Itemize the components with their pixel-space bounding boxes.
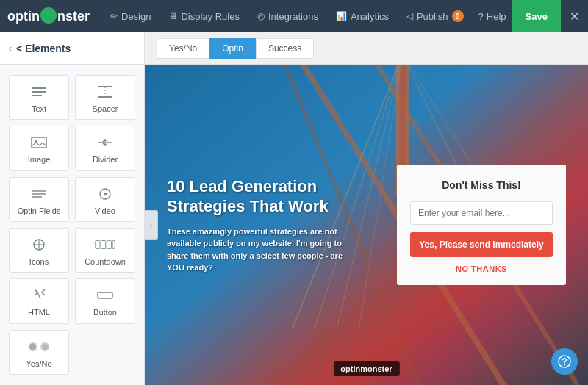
nav-analytics-label: Analytics (351, 11, 389, 22)
svg-rect-23 (107, 241, 111, 249)
integrations-icon: ◎ (257, 11, 265, 21)
countdown-element-icon (95, 236, 115, 253)
email-input[interactable] (410, 201, 553, 225)
save-button[interactable]: Save (512, 0, 561, 32)
back-chevron-icon: ‹ (9, 43, 12, 54)
display-rules-icon: 🖥 (168, 11, 177, 21)
element-button-label: Button (93, 308, 117, 317)
main-heading: 10 Lead Generation Strategies That Work (167, 176, 343, 217)
element-icons[interactable]: Icons (9, 228, 69, 273)
logo-area: optin nster (7, 8, 90, 24)
top-nav: optin nster ✏ Design 🖥 Display Rules ◎ I… (0, 0, 588, 32)
sidebar-header: ‹ < Elements (0, 32, 144, 65)
yes-no-element-icon (29, 338, 49, 356)
elements-grid: Text Spacer Image Divider (0, 65, 144, 385)
close-button[interactable]: ✕ (561, 0, 588, 32)
nav-publish[interactable]: ◁ Publish 0 (398, 0, 473, 32)
svg-point-30 (42, 343, 49, 350)
nav-integrations[interactable]: ◎ Integrations (248, 0, 327, 32)
logo-text: optin (7, 9, 40, 24)
no-thanks-link[interactable]: NO THANKS (410, 265, 553, 273)
tabs-bar: Yes/No Optin Success (145, 32, 588, 65)
nav-analytics[interactable]: 📊 Analytics (327, 0, 398, 32)
sidebar: ‹ < Elements Text Spacer (0, 32, 145, 385)
element-countdown[interactable]: Countdown (75, 228, 135, 273)
logo-text-right: nster (57, 9, 90, 24)
text-content: 10 Lead Generation Strategies That Work … (167, 176, 358, 274)
optin-box: Don't Miss This! Yes, Please send Immedi… (397, 165, 566, 285)
element-icons-label: Icons (29, 257, 49, 266)
element-optin-fields-label: Optin Fields (18, 206, 61, 215)
nav-display-rules[interactable]: 🖥 Display Rules (159, 0, 248, 32)
logo-monster-icon (40, 7, 57, 24)
html-element-icon (29, 287, 49, 304)
publish-icon: ◁ (406, 11, 413, 21)
image-element-icon (29, 134, 49, 151)
sidebar-title: < Elements (16, 43, 71, 54)
chevron-left-icon: ‹ (150, 221, 152, 229)
optin-fields-element-icon (29, 185, 49, 203)
help-label: Help (487, 11, 506, 22)
element-yes-no-label: Yes/No (26, 359, 51, 368)
element-image-label: Image (28, 155, 51, 164)
element-spacer[interactable]: Spacer (75, 75, 135, 120)
text-element-icon (29, 83, 49, 101)
publish-badge: 0 (452, 10, 464, 22)
canvas: 10 Lead Generation Strategies That Work … (145, 65, 588, 385)
svg-point-44 (564, 364, 565, 366)
tab-optin[interactable]: Optin (209, 38, 256, 59)
svg-rect-21 (96, 241, 100, 249)
button-element-icon (95, 287, 115, 304)
icons-element-icon (29, 236, 49, 253)
help-button[interactable]: ? Help (473, 0, 512, 32)
spacer-element-icon (95, 83, 115, 101)
element-yes-no[interactable]: Yes/No (9, 330, 69, 375)
nav-design[interactable]: ✏ Design (101, 0, 159, 32)
element-text[interactable]: Text (9, 75, 69, 120)
element-video-label: Video (95, 206, 115, 215)
design-icon: ✏ (110, 11, 118, 21)
nav-integrations-label: Integrations (268, 11, 318, 22)
tab-success[interactable]: Success (256, 38, 314, 59)
svg-rect-26 (98, 292, 112, 298)
divider-element-icon (95, 134, 115, 151)
element-countdown-label: Countdown (85, 257, 126, 266)
element-button[interactable]: Button (75, 278, 135, 323)
element-video[interactable]: Video (75, 177, 135, 222)
help-circle-button[interactable] (551, 348, 578, 375)
element-divider[interactable]: Divider (75, 126, 135, 170)
svg-rect-6 (32, 137, 46, 148)
sub-text: These amazingly powerful strategies are … (167, 226, 343, 274)
bottom-logo: optinmonster (333, 361, 399, 376)
svg-line-25 (37, 290, 40, 299)
element-optin-fields[interactable]: Optin Fields (9, 177, 69, 222)
help-question-icon: ? (478, 11, 484, 22)
svg-rect-22 (101, 241, 106, 249)
popup-panel: 10 Lead Generation Strategies That Work … (145, 65, 588, 385)
nav-display-rules-label: Display Rules (181, 11, 239, 22)
element-divider-label: Divider (93, 155, 118, 164)
video-element-icon (95, 185, 115, 203)
nav-design-label: Design (121, 11, 151, 22)
element-image[interactable]: Image (9, 126, 69, 170)
tab-yes-no[interactable]: Yes/No (157, 38, 209, 59)
content-area: Yes/No Optin Success (145, 32, 588, 385)
element-html[interactable]: HTML (9, 278, 69, 323)
sidebar-back-button[interactable]: ‹ (9, 43, 12, 54)
svg-rect-24 (112, 241, 115, 249)
svg-point-29 (29, 343, 36, 350)
sidebar-toggle-button[interactable]: ‹ (145, 210, 158, 240)
element-text-label: Text (32, 104, 46, 113)
nav-publish-label: Publish (417, 11, 448, 22)
analytics-icon: 📊 (336, 11, 347, 21)
optin-title: Don't Miss This! (410, 179, 553, 191)
help-circle-icon (557, 354, 572, 369)
svg-marker-17 (104, 192, 108, 196)
element-spacer-label: Spacer (93, 104, 118, 113)
main-layout: ‹ < Elements Text Spacer (0, 32, 588, 385)
submit-button[interactable]: Yes, Please send Immediately (410, 232, 553, 257)
element-html-label: HTML (28, 308, 50, 317)
